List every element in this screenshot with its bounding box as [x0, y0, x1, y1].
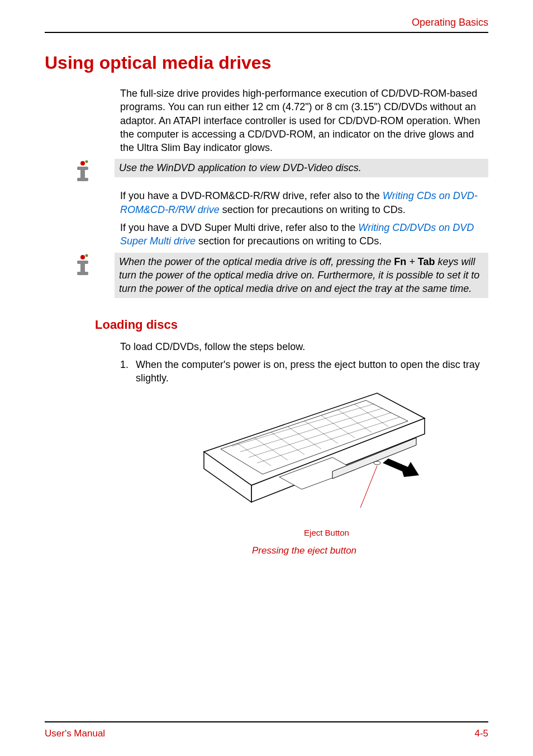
section-title: Operating Basics	[412, 17, 488, 28]
figure-eject-button: Eject Button Pressing the eject button	[120, 390, 488, 556]
figure-callout-label: Eject Button	[165, 528, 488, 537]
paragraph-2: If you have a DVD-ROM&CD-R/RW drive, ref…	[120, 189, 488, 248]
note-box-2: When the power of the optical media driv…	[45, 253, 488, 298]
svg-rect-3	[80, 168, 85, 179]
heading-1: Using optical media drives	[45, 53, 488, 73]
svg-rect-8	[80, 262, 85, 273]
page-header: Operating Basics	[45, 17, 488, 33]
svg-rect-4	[77, 178, 88, 181]
svg-point-28	[374, 461, 380, 465]
steps-list: 1. When the computer's power is on, pres…	[120, 358, 488, 385]
svg-rect-9	[77, 272, 88, 275]
svg-point-0	[80, 161, 85, 166]
laptop-illustration	[182, 390, 427, 527]
note-box-1: Use the WinDVD application to view DVD-V…	[45, 159, 488, 185]
intro-paragraph: The full-size drive provides high-perfor…	[120, 87, 488, 154]
footer-left: User's Manual	[45, 728, 105, 739]
heading-2: Loading discs	[95, 318, 488, 332]
svg-point-5	[80, 255, 85, 259]
svg-point-6	[85, 254, 88, 257]
figure-caption: Pressing the eject button	[120, 545, 488, 556]
svg-marker-29	[383, 459, 419, 477]
step-1: 1. When the computer's power is on, pres…	[120, 358, 488, 385]
page-footer: User's Manual 4-5	[45, 721, 488, 739]
footer-right: 4-5	[474, 728, 488, 739]
note-content-1: Use the WinDVD application to view DVD-V…	[115, 159, 488, 177]
svg-point-1	[85, 160, 88, 163]
loading-intro: To load CD/DVDs, follow the steps below.	[120, 340, 488, 353]
note-content-2: When the power of the optical media driv…	[115, 253, 488, 298]
info-icon	[73, 253, 101, 278]
info-icon	[73, 159, 101, 185]
svg-line-30	[360, 466, 377, 508]
